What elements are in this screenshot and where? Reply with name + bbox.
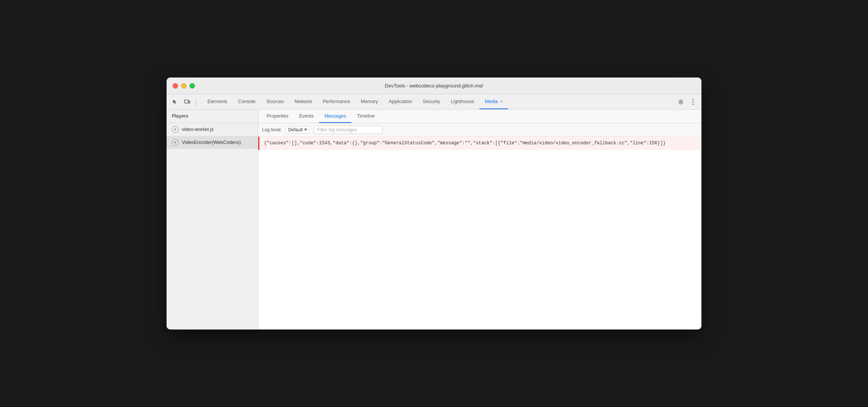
- tab-media[interactable]: Media ×: [479, 94, 508, 109]
- play-icon-video-worker: [172, 126, 179, 133]
- sidebar-header: Players: [167, 110, 258, 123]
- sidebar-item-video-worker[interactable]: video-worker.js: [167, 123, 258, 136]
- devtools-toolbar: Elements Console Sources Network Perform…: [167, 94, 701, 110]
- maximize-button[interactable]: [189, 83, 195, 89]
- tab-console[interactable]: Console: [233, 94, 261, 109]
- svg-marker-7: [175, 141, 177, 144]
- title-bar: DevTools - webcodecs-playground.glitch.m…: [167, 78, 701, 94]
- message-text: {"causes":[],"code":1543,"data":{},"grou…: [264, 141, 666, 146]
- devtools-body: Players video-worker.js VideoEncoder(Web…: [167, 110, 701, 329]
- messages-area: {"causes":[],"code":1543,"data":{},"grou…: [258, 137, 701, 329]
- device-toggle-icon[interactable]: [182, 97, 193, 107]
- settings-icon[interactable]: [675, 97, 686, 107]
- devtools-window: DevTools - webcodecs-playground.glitch.m…: [167, 78, 701, 329]
- more-options-icon[interactable]: [688, 97, 698, 107]
- svg-marker-8: [304, 129, 307, 131]
- close-button[interactable]: [173, 83, 178, 89]
- svg-rect-1: [189, 101, 190, 103]
- sidebar-item-video-encoder[interactable]: VideoEncoder(WebCodecs): [167, 136, 258, 149]
- subtab-events[interactable]: Events: [294, 110, 319, 123]
- log-level-label: Log level:: [262, 127, 282, 132]
- subtab-timeline[interactable]: Timeline: [351, 110, 380, 123]
- subtab-properties[interactable]: Properties: [261, 110, 294, 123]
- svg-point-2: [680, 101, 682, 103]
- svg-marker-6: [175, 128, 177, 131]
- sub-tabs-bar: Properties Events Messages Timeline: [258, 110, 701, 123]
- tab-media-close[interactable]: ×: [500, 99, 503, 104]
- nav-tabs: Elements Console Sources Network Perform…: [202, 94, 675, 109]
- tab-network[interactable]: Network: [289, 94, 317, 109]
- sidebar: Players video-worker.js VideoEncoder(Web…: [167, 110, 258, 329]
- svg-point-5: [693, 103, 694, 105]
- tab-performance[interactable]: Performance: [317, 94, 356, 109]
- log-level-select[interactable]: Default: [285, 126, 310, 134]
- subtab-messages[interactable]: Messages: [319, 110, 351, 123]
- tab-memory[interactable]: Memory: [355, 94, 383, 109]
- toolbar-icons: [170, 97, 198, 107]
- main-content: Properties Events Messages Timeline Log …: [258, 110, 701, 329]
- svg-point-3: [693, 99, 694, 100]
- minimize-button[interactable]: [181, 83, 186, 89]
- tab-sources[interactable]: Sources: [261, 94, 289, 109]
- tab-application[interactable]: Application: [383, 94, 417, 109]
- svg-point-4: [693, 101, 694, 102]
- traffic-lights: [173, 83, 195, 89]
- tab-elements[interactable]: Elements: [202, 94, 233, 109]
- cursor-icon[interactable]: [170, 97, 180, 107]
- tab-lighthouse[interactable]: Lighthouse: [445, 94, 479, 109]
- window-title: DevTools - webcodecs-playground.glitch.m…: [385, 83, 483, 89]
- log-controls: Log level: Default: [258, 123, 701, 137]
- toolbar-divider: [196, 98, 196, 106]
- message-row: {"causes":[],"code":1543,"data":{},"grou…: [258, 137, 701, 150]
- svg-rect-0: [185, 100, 188, 103]
- filter-input[interactable]: [314, 126, 382, 134]
- play-icon-video-encoder: [172, 139, 179, 146]
- toolbar-right: [675, 97, 698, 107]
- tab-security[interactable]: Security: [418, 94, 445, 109]
